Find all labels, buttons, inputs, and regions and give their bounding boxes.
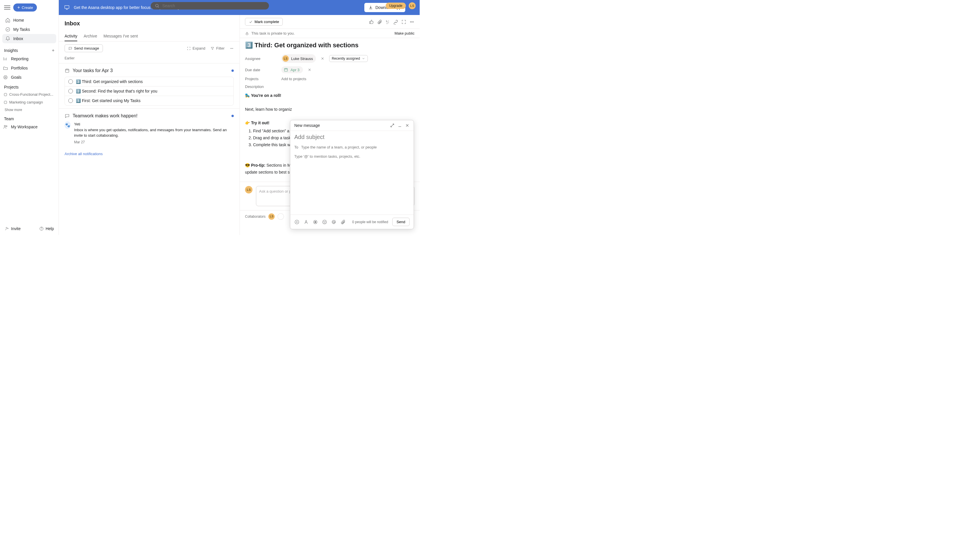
insert-icon[interactable] <box>294 220 299 224</box>
chat-icon <box>65 113 70 118</box>
subtask-icon[interactable] <box>385 19 390 24</box>
svg-point-1 <box>4 76 7 79</box>
team-header[interactable]: Team <box>0 114 59 122</box>
create-button[interactable]: + Create <box>13 3 37 11</box>
invite-button[interactable]: Invite <box>5 226 21 231</box>
lock-icon <box>245 32 249 35</box>
svg-rect-9 <box>65 5 69 8</box>
more-icon[interactable] <box>409 19 414 24</box>
desktop-icon <box>64 5 70 10</box>
due-date-chip[interactable]: Apr 3 <box>281 66 303 73</box>
add-to-projects-button[interactable]: Add to projects <box>281 77 306 81</box>
nav-mytasks[interactable]: My Tasks <box>2 25 56 34</box>
emoji-icon[interactable] <box>322 220 327 224</box>
message-body: Inbox is where you get updates, notifica… <box>74 127 234 138</box>
download-icon <box>368 5 373 10</box>
svg-rect-18 <box>285 68 288 71</box>
record-icon[interactable] <box>313 220 318 224</box>
to-input[interactable] <box>301 145 410 150</box>
svg-point-16 <box>413 21 413 22</box>
project-color-icon <box>4 101 7 104</box>
people-icon <box>3 124 8 129</box>
add-collaborator-button[interactable] <box>278 213 284 220</box>
task-detail-panel: Mark complete This task is private to yo… <box>240 15 420 235</box>
group-title: Teamwork makes work happen! <box>73 113 137 118</box>
project-item-1[interactable]: Marketing campaign <box>0 98 59 106</box>
projects-header[interactable]: Projects <box>0 82 59 91</box>
collaborator-avatar[interactable]: LS <box>268 213 275 220</box>
svg-point-22 <box>323 220 326 224</box>
chevron-down-icon <box>362 57 365 60</box>
svg-rect-17 <box>246 33 248 35</box>
minimize-popup-icon[interactable] <box>398 123 402 128</box>
svg-point-8 <box>156 4 158 7</box>
filter-button[interactable]: Filter <box>210 46 224 51</box>
attach-icon[interactable] <box>340 220 345 224</box>
recently-assigned-dropdown[interactable]: Recently assigned <box>329 55 368 62</box>
svg-point-0 <box>6 27 10 32</box>
task-title[interactable]: 3️⃣ Third: Get organized with sections <box>240 38 420 53</box>
sidebar: + Create Home My Tasks Inbox Insights + … <box>0 0 59 235</box>
task-row[interactable]: 1️⃣ First: Get started using My Tasks <box>65 96 234 105</box>
assignee-chip[interactable]: LS Luke Strauss <box>281 54 316 63</box>
plus-icon: + <box>17 5 20 10</box>
expand-button[interactable]: Expand <box>187 46 205 51</box>
insights-header[interactable]: Insights + <box>0 45 59 54</box>
show-more[interactable]: Show more <box>0 106 59 114</box>
new-message-popup: New message To <box>290 120 414 229</box>
svg-point-3 <box>4 126 6 127</box>
group-title: Your tasks for Apr 3 <box>73 68 113 73</box>
home-icon <box>5 18 10 23</box>
message-icon <box>68 46 72 51</box>
nav-goals[interactable]: Goals <box>0 73 59 82</box>
nav-reporting[interactable]: Reporting <box>0 54 59 64</box>
inbox-group-teamwork: Teamwork makes work happen! 🐾 Yeti Inbox… <box>59 108 240 148</box>
close-popup-icon[interactable] <box>405 123 410 128</box>
send-button[interactable]: Send <box>392 218 410 226</box>
nav-inbox[interactable]: Inbox <box>2 34 56 43</box>
subject-input[interactable] <box>290 131 414 143</box>
folder-icon <box>3 65 8 71</box>
check-icon[interactable] <box>68 79 73 84</box>
attachment-icon[interactable] <box>377 19 382 24</box>
tab-archive[interactable]: Archive <box>84 32 97 41</box>
privacy-row: This task is private to you. Make public <box>240 29 420 38</box>
link-icon[interactable] <box>393 19 398 24</box>
fullscreen-icon[interactable] <box>401 19 406 24</box>
like-icon[interactable] <box>369 19 374 24</box>
user-avatar[interactable]: LS <box>409 2 416 9</box>
tab-activity[interactable]: Activity <box>65 32 77 41</box>
project-item-0[interactable]: Cross-Functional Project... <box>0 91 59 98</box>
mark-complete-button[interactable]: Mark complete <box>245 18 283 25</box>
nav-workspace[interactable]: My Workspace <box>0 122 59 132</box>
check-icon[interactable] <box>68 98 73 103</box>
nav-portfolios[interactable]: Portfolios <box>0 64 59 73</box>
task-row[interactable]: 2️⃣ Second: Find the layout that's right… <box>65 86 234 96</box>
svg-point-15 <box>412 21 412 22</box>
menu-icon[interactable] <box>4 4 10 11</box>
send-message-button[interactable]: Send message <box>65 45 103 52</box>
search-input[interactable] <box>162 3 265 8</box>
svg-point-21 <box>315 221 316 223</box>
format-icon[interactable] <box>304 220 309 224</box>
mention-icon[interactable] <box>331 220 336 224</box>
search-icon <box>155 3 159 8</box>
clear-assignee-icon[interactable] <box>321 57 325 60</box>
task-row[interactable]: 3️⃣ Third: Get organized with sections <box>65 77 234 86</box>
expand-popup-icon[interactable] <box>390 123 395 128</box>
tab-messages-sent[interactable]: Messages I've sent <box>103 32 138 41</box>
body-input[interactable] <box>294 154 410 159</box>
search-box[interactable] <box>151 2 269 10</box>
more-icon[interactable] <box>230 46 234 51</box>
clear-date-icon[interactable] <box>307 68 312 72</box>
plus-icon[interactable]: + <box>52 48 54 53</box>
comment-avatar: LS <box>245 186 253 194</box>
help-button[interactable]: Help <box>39 226 54 231</box>
upgrade-button[interactable]: Upgrade <box>386 3 406 9</box>
nav-home[interactable]: Home <box>2 16 56 25</box>
check-icon[interactable] <box>68 89 73 94</box>
svg-point-11 <box>231 48 232 49</box>
archive-all-link[interactable]: Archive all notifications <box>59 148 240 160</box>
inbox-tabs: Activity Archive Messages I've sent <box>59 32 240 41</box>
make-public-button[interactable]: Make public <box>395 31 414 35</box>
